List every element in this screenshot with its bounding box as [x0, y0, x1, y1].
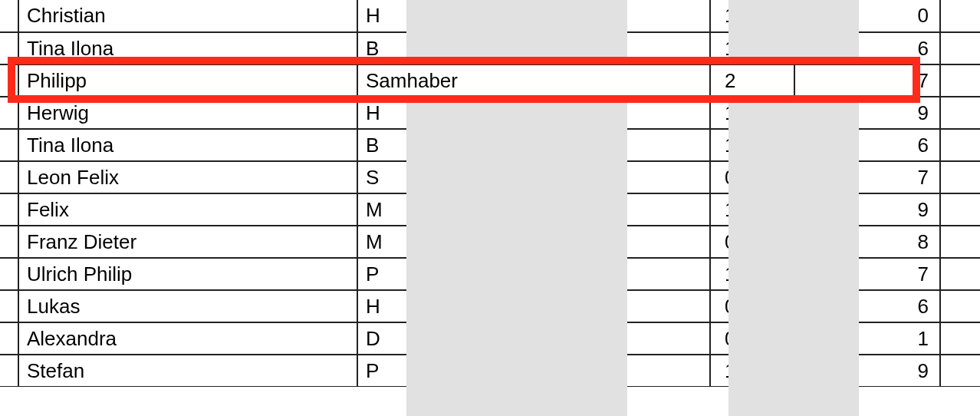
table-row: Leon Felix S 0 7 [0, 161, 980, 193]
first-name-value: Franz Dieter [27, 230, 136, 254]
cell-last-name: P [357, 355, 710, 387]
cell-last-name: M [357, 226, 710, 258]
cell-num-1: 0 [710, 226, 794, 258]
last-name-value: D [366, 327, 380, 351]
num1-value: 2 [719, 69, 735, 93]
cell-first-name: Ulrich Philip [18, 258, 357, 290]
last-name-value: Samhaber [366, 69, 458, 93]
last-name-value: S [366, 166, 379, 190]
first-name-value: Tina Ilona [27, 134, 113, 157]
table-row: Franz Dieter M 0 8 [0, 226, 980, 258]
num1-value: 1 [719, 359, 735, 383]
row-margin [0, 193, 18, 226]
num1-value: 0 [719, 295, 735, 319]
num2-value: 7 [918, 166, 932, 190]
cell-num-2: 7 [794, 258, 940, 290]
last-name-value: P [366, 359, 379, 383]
row-margin [0, 32, 18, 64]
row-margin [0, 290, 18, 322]
cell-num-1: 0 [710, 290, 794, 322]
cell-last-name: H [357, 290, 710, 322]
cell-num-2: 9 [794, 193, 940, 226]
cell-num-2: 8 [794, 226, 940, 258]
table-row: Tina Ilona B 1 6 [0, 129, 980, 161]
cell-trailing [940, 97, 980, 129]
cell-trailing [940, 161, 980, 193]
first-name-value: Felix [27, 198, 69, 222]
num2-value: 9 [918, 359, 932, 383]
cell-num-1: 0 [710, 161, 794, 193]
cell-num-1: 1 [710, 97, 794, 129]
table-row: Ulrich Philip P 1 7 [0, 258, 980, 290]
cell-trailing [940, 32, 980, 64]
cell-num-2: 7 [794, 64, 940, 97]
row-margin [0, 355, 18, 387]
first-name-value: Leon Felix [27, 166, 119, 190]
cell-first-name: Tina Ilona [18, 129, 357, 161]
table-row: Alexandra D 0 1 [0, 322, 980, 355]
last-name-value: H [366, 101, 380, 125]
cell-last-name: H [357, 0, 710, 32]
num1-value: 1 [719, 4, 735, 28]
table-row: Herwig H 1 9 [0, 97, 980, 129]
num1-value: 1 [719, 37, 735, 61]
first-name-value: Tina Ilona [27, 37, 113, 61]
first-name-value: Alexandra [27, 327, 117, 351]
cell-last-name: B [357, 32, 710, 64]
num1-value: 1 [719, 134, 735, 157]
cell-num-1: 1 [710, 0, 794, 32]
num2-value: 8 [918, 230, 932, 254]
num2-value: 6 [918, 37, 932, 61]
row-margin [0, 64, 18, 97]
cell-first-name: Franz Dieter [18, 226, 357, 258]
num1-value: 1 [719, 262, 735, 286]
cell-num-1: 1 [710, 32, 794, 64]
cell-num-2: 7 [794, 161, 940, 193]
cell-last-name: P [357, 258, 710, 290]
num2-value: 6 [918, 295, 932, 319]
cell-num-1: 1 [710, 258, 794, 290]
last-name-value: H [366, 4, 380, 28]
first-name-value: Stefan [27, 359, 84, 383]
cell-first-name: Tina Ilona [18, 32, 357, 64]
cell-last-name: S [357, 161, 710, 193]
num2-value: 9 [918, 101, 932, 125]
num2-value: 7 [918, 262, 932, 286]
first-name-value: Ulrich Philip [27, 262, 132, 286]
num2-value: 7 [918, 69, 932, 93]
table-row: Philipp Samhaber 2 7 [0, 64, 980, 97]
cell-trailing [940, 0, 980, 32]
data-table: Christian H 1 0 Tina Ilona B 1 6 Philipp… [0, 0, 980, 387]
table-row: Stefan P 1 9 [0, 355, 980, 387]
row-margin [0, 226, 18, 258]
num1-value: 1 [719, 198, 735, 222]
cell-num-2: 9 [794, 97, 940, 129]
cell-num-2: 6 [794, 129, 940, 161]
num1-value: 0 [719, 166, 735, 190]
num2-value: 9 [918, 198, 932, 222]
table-row: Christian H 1 0 [0, 0, 980, 32]
first-name-value: Philipp [27, 69, 87, 93]
cell-trailing [940, 355, 980, 387]
num2-value: 6 [918, 134, 932, 157]
first-name-value: Christian [27, 4, 106, 28]
cell-trailing [940, 193, 980, 226]
last-name-value: M [366, 230, 383, 254]
cell-num-2: 9 [794, 355, 940, 387]
row-margin [0, 97, 18, 129]
table-row: Tina Ilona B 1 6 [0, 32, 980, 64]
row-margin [0, 258, 18, 290]
cell-first-name: Lukas [18, 290, 357, 322]
cell-trailing [940, 129, 980, 161]
last-name-value: P [366, 262, 379, 286]
cell-trailing [940, 258, 980, 290]
cell-first-name: Philipp [18, 64, 357, 97]
num1-value: 0 [719, 230, 735, 254]
last-name-value: M [366, 198, 383, 222]
first-name-value: Lukas [27, 295, 80, 319]
last-name-value: B [366, 134, 379, 157]
row-margin [0, 161, 18, 193]
last-name-value: B [366, 37, 379, 61]
table-row: Felix M 1 9 [0, 193, 980, 226]
cell-last-name: M [357, 193, 710, 226]
